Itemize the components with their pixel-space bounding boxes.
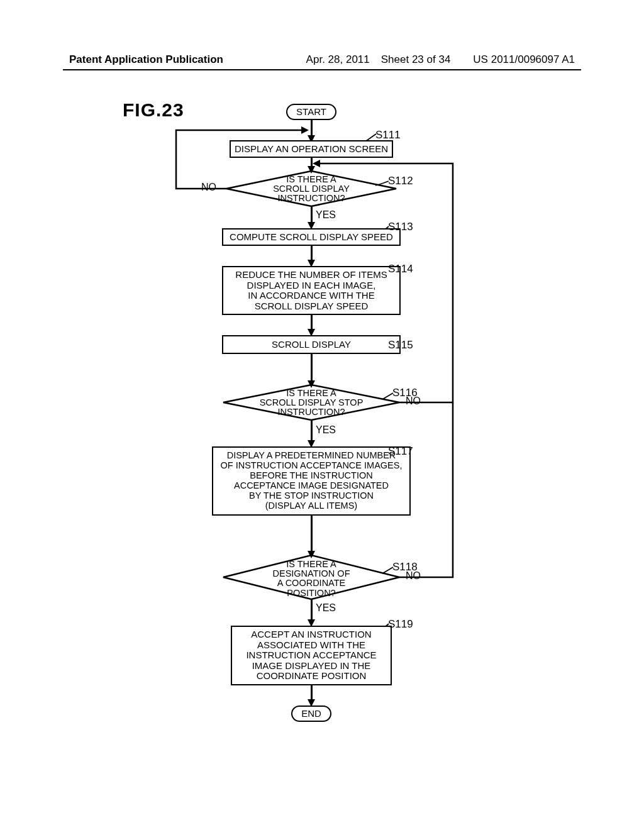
- s114-text: REDUCE THE NUMBER OF ITEMS DISPLAYED IN …: [235, 270, 387, 311]
- s117-text: DISPLAY A PREDETERMINED NUMBER OF INSTRU…: [221, 451, 402, 511]
- s112-text: IS THERE A SCROLL DISPLAY INSTRUCTION?: [273, 175, 350, 204]
- s116-no: NO: [406, 396, 421, 407]
- end-text: END: [301, 709, 321, 719]
- s118-no: NO: [406, 570, 421, 582]
- s113-text: COMPUTE SCROLL DISPLAY SPEED: [230, 232, 393, 243]
- decision-s118: IS THERE A DESIGNATION OF A COORDINATE P…: [258, 560, 365, 598]
- page-header: Patent Application Publication Apr. 28, …: [0, 53, 644, 66]
- label-s114: S114: [388, 263, 413, 275]
- decision-s112: IS THERE A SCROLL DISPLAY INSTRUCTION?: [255, 175, 368, 204]
- label-s112: S112: [388, 175, 413, 187]
- s119-text: ACCEPT AN INSTRUCTION ASSOCIATED WITH TH…: [246, 629, 376, 682]
- s116-text: IS THERE A SCROLL DISPLAY STOP INSTRUCTI…: [260, 389, 364, 418]
- step-s115: SCROLL DISPLAY: [222, 335, 401, 354]
- decision-s116: IS THERE A SCROLL DISPLAY STOP INSTRUCTI…: [247, 389, 375, 418]
- step-s114: REDUCE THE NUMBER OF ITEMS DISPLAYED IN …: [222, 266, 401, 315]
- label-s115: S115: [388, 339, 413, 351]
- header-pubno: US 2011/0096097 A1: [473, 53, 575, 66]
- terminator-end: END: [291, 706, 331, 722]
- header-rule: [63, 69, 581, 70]
- label-s111: S111: [375, 129, 401, 141]
- header-date: Apr. 28, 2011: [306, 53, 370, 66]
- header-sheet: Sheet 23 of 34: [381, 53, 451, 66]
- s118-yes: YES: [316, 602, 336, 614]
- terminator-start: START: [286, 104, 336, 120]
- s115-text: SCROLL DISPLAY: [272, 340, 351, 350]
- step-s117: DISPLAY A PREDETERMINED NUMBER OF INSTRU…: [212, 446, 411, 516]
- s111-text: DISPLAY AN OPERATION SCREEN: [235, 144, 388, 155]
- step-s119: ACCEPT AN INSTRUCTION ASSOCIATED WITH TH…: [231, 626, 392, 685]
- s118-text: IS THERE A DESIGNATION OF A COORDINATE P…: [273, 560, 350, 598]
- step-s111: DISPLAY AN OPERATION SCREEN: [230, 140, 393, 158]
- start-text: START: [296, 107, 326, 118]
- s112-yes: YES: [316, 209, 336, 221]
- label-s117: S117: [388, 445, 413, 458]
- header-left: Patent Application Publication: [69, 53, 223, 66]
- s112-no: NO: [201, 182, 216, 193]
- s116-yes: YES: [316, 424, 336, 436]
- label-s119: S119: [388, 618, 413, 631]
- label-s113: S113: [388, 221, 413, 233]
- step-s113: COMPUTE SCROLL DISPLAY SPEED: [222, 228, 401, 246]
